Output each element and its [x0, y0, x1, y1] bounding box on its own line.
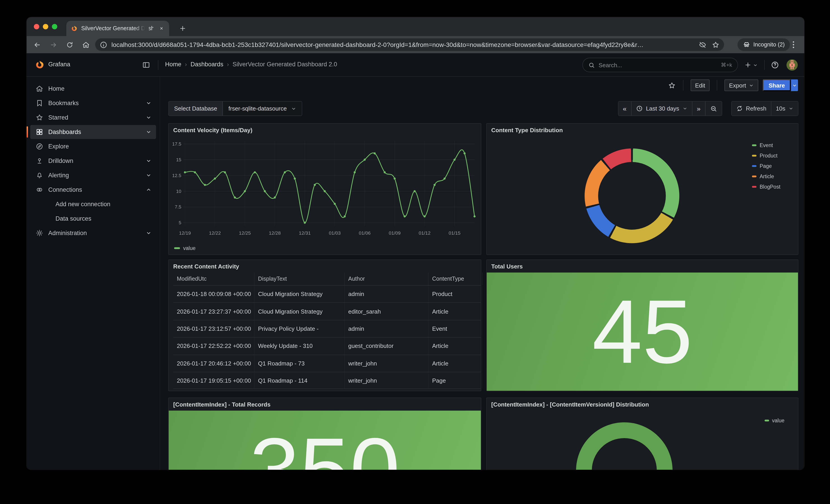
- share-menu-button[interactable]: [791, 80, 798, 91]
- share-button[interactable]: Share: [763, 80, 791, 91]
- window-minimize-button[interactable]: [43, 24, 48, 29]
- panel-recent-content-activity[interactable]: Recent Content Activity ModifiedUtcDispl…: [168, 259, 481, 391]
- legend-label: BlogPost: [760, 184, 780, 189]
- sidebar-item-alerting[interactable]: Alerting: [30, 168, 156, 182]
- window-zoom-button[interactable]: [52, 24, 57, 29]
- window-close-button[interactable]: [34, 24, 39, 29]
- table-cell: admin: [345, 320, 428, 337]
- panel-content-type-distribution[interactable]: Content Type Distribution EventProductPa…: [486, 123, 798, 255]
- table: ModifiedUtcDisplayTextAuthorContentType …: [169, 273, 481, 391]
- legend-item[interactable]: Article: [752, 171, 780, 181]
- site-info-icon[interactable]: [100, 41, 107, 49]
- star-icon: [36, 114, 43, 121]
- legend-item[interactable]: value: [764, 418, 785, 423]
- table-cell: Weekly Update - 310: [254, 338, 345, 354]
- chevron-down-icon: [146, 158, 152, 164]
- legend-item[interactable]: Event: [752, 140, 780, 150]
- apps-icon: [36, 128, 43, 136]
- bookmark-star-icon[interactable]: [712, 41, 720, 49]
- svg-text:17.5: 17.5: [172, 141, 181, 147]
- sidebar-item-administration[interactable]: Administration: [30, 226, 156, 240]
- search-icon: [588, 62, 595, 68]
- sidebar-item-drilldown[interactable]: Drilldown: [30, 154, 156, 168]
- legend-item[interactable]: Page: [752, 161, 780, 171]
- search-bar[interactable]: ⌘+k: [582, 58, 738, 72]
- sidebar-item-label: Dashboards: [48, 129, 81, 135]
- export-button[interactable]: Export: [725, 80, 758, 91]
- legend-item[interactable]: BlogPost: [752, 181, 780, 192]
- sidebar-item-add-new-connection[interactable]: Add new connection: [30, 197, 156, 211]
- column-header[interactable]: ModifiedUtc: [173, 273, 254, 285]
- plus-icon: [744, 61, 752, 69]
- favorite-star-button[interactable]: [668, 82, 676, 89]
- svg-text:01/03: 01/03: [329, 230, 341, 235]
- reload-button[interactable]: [64, 39, 75, 51]
- avatar[interactable]: [786, 59, 798, 71]
- search-input[interactable]: [599, 62, 721, 68]
- line-chart: 57.51012.51517.512/1912/2212/2512/2812/3…: [171, 136, 478, 241]
- browser-home-button[interactable]: [80, 39, 92, 51]
- legend-label: Article: [760, 174, 774, 179]
- column-header[interactable]: DisplayText: [254, 273, 345, 285]
- back-button[interactable]: [31, 39, 43, 51]
- grafana-logo-icon[interactable]: [35, 60, 45, 70]
- table-row[interactable]: 2026-01-17 20:46:12 +00:00Q1 Roadmap - 7…: [173, 354, 481, 372]
- help-button[interactable]: [771, 61, 779, 69]
- forward-button[interactable]: [47, 39, 59, 51]
- sidebar-item-explore[interactable]: Explore: [30, 139, 156, 153]
- column-header[interactable]: ContentType: [428, 273, 483, 285]
- sidebar-toggle-button[interactable]: [142, 61, 150, 69]
- time-range-picker[interactable]: Last 30 days: [631, 101, 692, 116]
- table-cell: editor_sarah: [345, 303, 428, 320]
- browser-menu-button[interactable]: [789, 40, 798, 50]
- table-cell: guest_contributor: [345, 338, 428, 354]
- panel-content-velocity[interactable]: Content Velocity (Items/Day) 57.51012.51…: [168, 123, 481, 255]
- sidebar-item-bookmarks[interactable]: Bookmarks: [30, 96, 156, 110]
- tab-close-button[interactable]: ×: [157, 24, 165, 32]
- table-row[interactable]: 2026-01-17 23:12:57 +00:00Privacy Policy…: [173, 320, 481, 337]
- table-cell: writer_john: [345, 372, 428, 389]
- legend-label: Product: [760, 153, 777, 158]
- url-input[interactable]: [111, 41, 693, 48]
- sidebar-item-starred[interactable]: Starred: [30, 111, 156, 125]
- refresh-interval-select[interactable]: 10s: [771, 101, 798, 116]
- panel-total-users[interactable]: Total Users 45: [486, 259, 798, 391]
- table-row[interactable]: 2026-01-17 22:52:22 +00:00Weekly Update …: [173, 337, 481, 354]
- drilldown-icon: [36, 157, 43, 165]
- table-row[interactable]: 2026-01-17 19:05:15 +00:00Q1 Roadmap - 1…: [173, 372, 481, 389]
- zoom-out-button[interactable]: [705, 101, 722, 116]
- legend-item[interactable]: Product: [752, 150, 780, 161]
- datasource-select[interactable]: frser-sqlite-datasource: [223, 101, 302, 116]
- time-shift-forward-button[interactable]: »: [692, 101, 705, 116]
- legend-label: value: [772, 418, 785, 423]
- panel-title: [ContentItemIndex] - [ContentItemVersion…: [491, 401, 649, 408]
- column-header[interactable]: Author: [345, 273, 428, 285]
- browser-tab[interactable]: SilverVector Generated Dashboard 2.0 ×: [66, 21, 169, 36]
- svg-text:7.5: 7.5: [175, 204, 181, 209]
- sidebar-item-connections[interactable]: Connections: [30, 183, 156, 197]
- refresh-button[interactable]: Refresh: [731, 101, 771, 116]
- eye-off-icon[interactable]: [699, 41, 706, 49]
- refresh-interval-value: 10s: [776, 105, 785, 112]
- sidebar-item-data-sources[interactable]: Data sources: [30, 212, 156, 226]
- url-bar[interactable]: [95, 38, 724, 51]
- breadcrumb-dashboards[interactable]: Dashboards: [191, 61, 224, 68]
- new-tab-button[interactable]: [177, 22, 189, 35]
- export-label: Export: [729, 82, 746, 89]
- sidebar-item-dashboards[interactable]: Dashboards: [30, 125, 156, 139]
- search-shortcut: ⌘+k: [721, 62, 732, 68]
- legend-item[interactable]: value: [174, 246, 196, 251]
- breadcrumb-home[interactable]: Home: [165, 61, 181, 68]
- browser-tab-bar: SilverVector Generated Dashboard 2.0 ×: [27, 17, 804, 36]
- panel-version-distribution[interactable]: [ContentItemIndex] - [ContentItemVersion…: [486, 398, 798, 470]
- legend-label: Page: [760, 163, 772, 168]
- panel-total-records[interactable]: [ContentItemIndex] - Total Records 350: [168, 398, 481, 470]
- edit-button[interactable]: Edit: [691, 80, 710, 91]
- sidebar-item-home[interactable]: Home: [30, 82, 156, 96]
- edit-label: Edit: [695, 82, 705, 89]
- table-row[interactable]: 2026-01-18 00:09:08 +00:00Cloud Migratio…: [173, 285, 481, 303]
- add-menu-button[interactable]: [744, 61, 758, 69]
- time-shift-back-button[interactable]: «: [618, 101, 631, 116]
- table-cell: 2026-01-17 22:52:22 +00:00: [173, 338, 254, 354]
- table-row[interactable]: 2026-01-17 23:27:37 +00:00Cloud Migratio…: [173, 303, 481, 320]
